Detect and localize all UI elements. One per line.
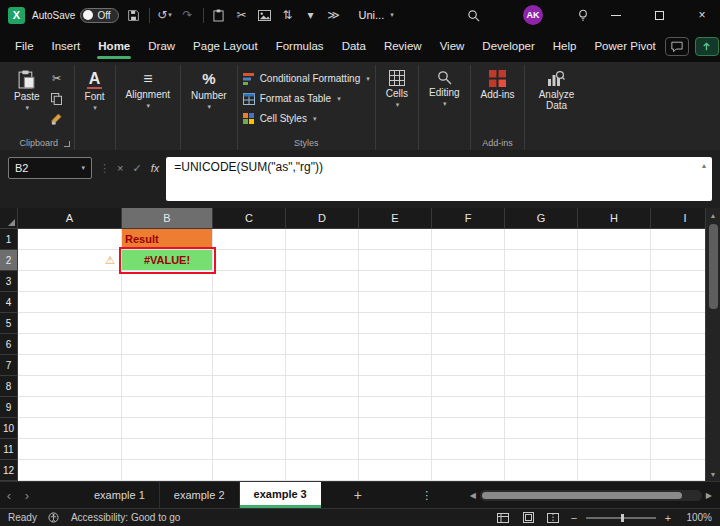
alignment-button[interactable]: ≡ Alignment ▾ (121, 68, 175, 112)
cell-B1[interactable]: Result (122, 229, 213, 250)
excel-logo-icon[interactable]: X (8, 7, 25, 24)
page-break-view-icon[interactable] (544, 513, 562, 523)
cell-E4[interactable] (359, 292, 432, 313)
addins-button[interactable]: Add-ins (476, 68, 520, 102)
cell-H1[interactable] (578, 229, 651, 250)
cell-D6[interactable] (286, 334, 359, 355)
tab-data[interactable]: Data (333, 30, 375, 62)
cell-B10[interactable] (122, 418, 213, 439)
cell-F7[interactable] (432, 355, 505, 376)
cell-G5[interactable] (505, 313, 578, 334)
cell-G2[interactable] (505, 250, 578, 271)
picture-icon[interactable] (257, 10, 273, 21)
cell-H8[interactable] (578, 376, 651, 397)
cell-E6[interactable] (359, 334, 432, 355)
cell-E8[interactable] (359, 376, 432, 397)
cell-B6[interactable] (122, 334, 213, 355)
cell-G1[interactable] (505, 229, 578, 250)
column-header-B[interactable]: B (122, 208, 213, 229)
cell-G9[interactable] (505, 397, 578, 418)
cell-E12[interactable] (359, 460, 432, 481)
cell-C11[interactable] (213, 439, 286, 460)
save-icon[interactable] (126, 9, 142, 22)
cell-F6[interactable] (432, 334, 505, 355)
cell-C7[interactable] (213, 355, 286, 376)
cell-G8[interactable] (505, 376, 578, 397)
scroll-left-icon[interactable]: ◀ (470, 491, 476, 500)
cell-F8[interactable] (432, 376, 505, 397)
cell-C1[interactable] (213, 229, 286, 250)
cell-A6[interactable] (18, 334, 122, 355)
zoom-slider[interactable] (586, 517, 656, 519)
row-header-8[interactable]: 8 (0, 376, 18, 397)
paste-dropdown-icon[interactable]: ▾ (26, 104, 30, 112)
row-header-12[interactable]: 12 (0, 460, 18, 481)
cell-H6[interactable] (578, 334, 651, 355)
zoom-out-button[interactable]: − (569, 512, 579, 524)
cell-F3[interactable] (432, 271, 505, 292)
cell-H11[interactable] (578, 439, 651, 460)
cell-H12[interactable] (578, 460, 651, 481)
cell-F1[interactable] (432, 229, 505, 250)
cell-D7[interactable] (286, 355, 359, 376)
cell-H7[interactable] (578, 355, 651, 376)
column-header-E[interactable]: E (359, 208, 432, 229)
cell-B5[interactable] (122, 313, 213, 334)
cell-A4[interactable] (18, 292, 122, 313)
cell-E11[interactable] (359, 439, 432, 460)
account-avatar[interactable]: AK (523, 5, 543, 25)
row-header-4[interactable]: 4 (0, 292, 18, 313)
row-header-10[interactable]: 10 (0, 418, 18, 439)
share-button[interactable] (695, 37, 719, 56)
new-sheet-button[interactable]: + (345, 482, 371, 508)
column-header-C[interactable]: C (213, 208, 286, 229)
sort-icon[interactable]: ⇅ (280, 8, 296, 22)
formula-bar-handle[interactable]: ⋮ (99, 157, 110, 179)
formula-bar-collapse-icon[interactable]: ▴ (702, 161, 706, 170)
horizontal-scrollbar[interactable]: ◀ ▶ (470, 482, 720, 508)
cell-C5[interactable] (213, 313, 286, 334)
maximize-button[interactable] (641, 0, 677, 30)
cell-D10[interactable] (286, 418, 359, 439)
row-header-3[interactable]: 3 (0, 271, 18, 292)
cell-F10[interactable] (432, 418, 505, 439)
tab-power-pivot[interactable]: Power Pivot (585, 30, 664, 62)
cell-H2[interactable] (578, 250, 651, 271)
horizontal-scrollbar-thumb[interactable] (482, 492, 682, 499)
search-icon[interactable] (465, 9, 481, 22)
cell-A12[interactable] (18, 460, 122, 481)
zoom-slider-thumb[interactable] (621, 514, 624, 522)
paste-button[interactable]: Paste ▾ (9, 68, 45, 114)
cell-G11[interactable] (505, 439, 578, 460)
tab-help[interactable]: Help (544, 30, 586, 62)
tab-formulas[interactable]: Formulas (267, 30, 333, 62)
cell-F4[interactable] (432, 292, 505, 313)
cell-H10[interactable] (578, 418, 651, 439)
cell-E1[interactable] (359, 229, 432, 250)
cell-D9[interactable] (286, 397, 359, 418)
cell-H9[interactable] (578, 397, 651, 418)
page-layout-view-icon[interactable] (519, 512, 537, 523)
minimize-button[interactable] (598, 0, 634, 30)
row-header-7[interactable]: 7 (0, 355, 18, 376)
cell-H3[interactable] (578, 271, 651, 292)
cell-G3[interactable] (505, 271, 578, 292)
tab-insert[interactable]: Insert (43, 30, 90, 62)
cell-D4[interactable] (286, 292, 359, 313)
cell-C4[interactable] (213, 292, 286, 313)
lightbulb-icon[interactable] (575, 9, 591, 22)
cell-B4[interactable] (122, 292, 213, 313)
vertical-scrollbar-thumb[interactable] (709, 224, 718, 309)
name-box-dropdown-icon[interactable]: ▾ (81, 164, 85, 172)
cell-G12[interactable] (505, 460, 578, 481)
cell-A8[interactable] (18, 376, 122, 397)
cell-B3[interactable] (122, 271, 213, 292)
tab-file[interactable]: File (6, 30, 43, 62)
document-title[interactable]: Uni... ▾ (359, 9, 394, 21)
cell-D1[interactable] (286, 229, 359, 250)
copy-button[interactable] (48, 91, 66, 106)
previous-sheet-icon[interactable]: ‹ (0, 482, 18, 508)
vertical-scrollbar[interactable]: ▲ ▼ (705, 208, 720, 481)
tab-draw[interactable]: Draw (139, 30, 184, 62)
cell-C10[interactable] (213, 418, 286, 439)
